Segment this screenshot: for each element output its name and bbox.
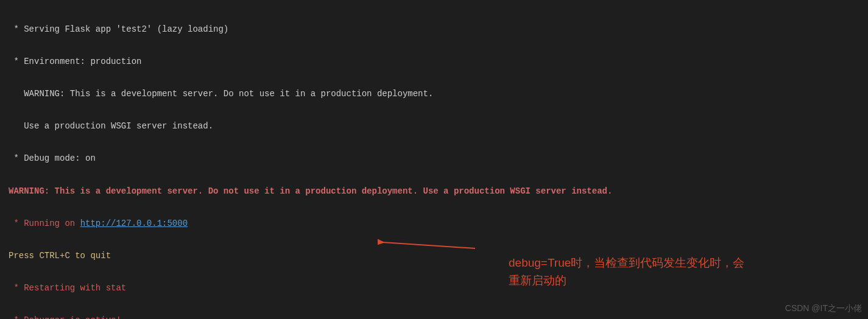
log-line: Use a production WSGI server instead. (9, 118, 859, 135)
annotation-text: debug=True时，当检查到代码发生变化时，会 重新启动的 (509, 254, 850, 289)
log-line: * Debugger is active! (9, 312, 859, 319)
watermark-text: CSDN @IT之一小佬 (785, 300, 862, 317)
server-url-link[interactable]: http://127.0.0.1:5000 (80, 219, 188, 228)
annotation-line: debug=True时，当检查到代码发生变化时，会 (509, 254, 850, 272)
log-line: * Running on http://127.0.0.1:5000 (9, 216, 859, 232)
log-line: WARNING: This is a development server. D… (9, 86, 859, 102)
log-line: * Serving Flask app 'test2' (lazy loadin… (9, 21, 859, 38)
log-line: * Environment: production (9, 54, 859, 70)
running-on-text: * Running on (9, 219, 80, 228)
annotation-line: 重新启动的 (509, 272, 850, 290)
warning-line: WARNING: This is a development server. D… (9, 183, 859, 200)
log-line: * Debug mode: on (9, 150, 859, 167)
